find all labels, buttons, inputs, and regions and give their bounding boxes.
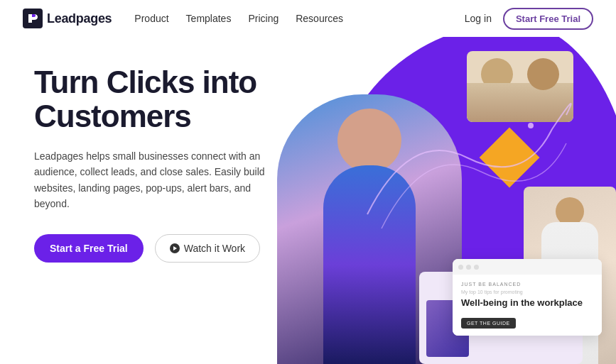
card-dot-2 (466, 265, 471, 270)
nav-resources[interactable]: Resources (296, 13, 343, 24)
watch-work-button[interactable]: Watch it Work (155, 234, 260, 263)
logo[interactable]: Leadpages (23, 9, 112, 28)
card-header (453, 259, 602, 275)
svg-point-1 (528, 123, 534, 128)
nav-templates[interactable]: Templates (186, 13, 232, 24)
swirl-decoration (325, 72, 595, 271)
hero-left: Turn Clicks into Customers Leadpages hel… (0, 37, 306, 364)
card-subtitle: My top 10 tips for promoting (461, 289, 593, 294)
card-dot-3 (474, 265, 479, 270)
nav-product[interactable]: Product (134, 13, 168, 24)
nav-right: Log in Start Free Trial (465, 8, 593, 30)
hero-section: Turn Clicks into Customers Leadpages hel… (0, 37, 616, 364)
logo-text: Leadpages (47, 11, 112, 26)
hero-buttons: Start a Free Trial Watch it Work (34, 234, 306, 263)
hero-title-line2: Customers (34, 99, 191, 133)
logo-icon (23, 9, 43, 28)
hero-description: Leadpages helps small businesses connect… (34, 148, 269, 212)
navbar: Leadpages Product Templates Pricing Reso… (0, 0, 616, 37)
login-link[interactable]: Log in (465, 13, 492, 24)
card-tag: JUST BE BALANCED (461, 282, 593, 287)
nav-links: Product Templates Pricing Resources (134, 13, 464, 24)
start-trial-button[interactable]: Start a Free Trial (34, 234, 144, 263)
nav-pricing[interactable]: Pricing (248, 13, 279, 24)
landing-page-card: JUST BE BALANCED My top 10 tips for prom… (453, 259, 602, 336)
hero-title-line1: Turn Clicks into (34, 65, 256, 99)
start-trial-button-nav[interactable]: Start Free Trial (503, 8, 593, 30)
play-icon (170, 243, 180, 253)
card-dot-1 (458, 265, 463, 270)
hero-title: Turn Clicks into Customers (34, 65, 306, 134)
watch-label: Watch it Work (184, 243, 245, 254)
card-cta-button[interactable]: GET THE GUIDE (461, 318, 516, 329)
card-title: Well-being in the workplace (461, 297, 593, 309)
hero-right: JUST BE BALANCED My top 10 tips for prom… (306, 37, 616, 364)
card-body: JUST BE BALANCED My top 10 tips for prom… (453, 275, 602, 336)
